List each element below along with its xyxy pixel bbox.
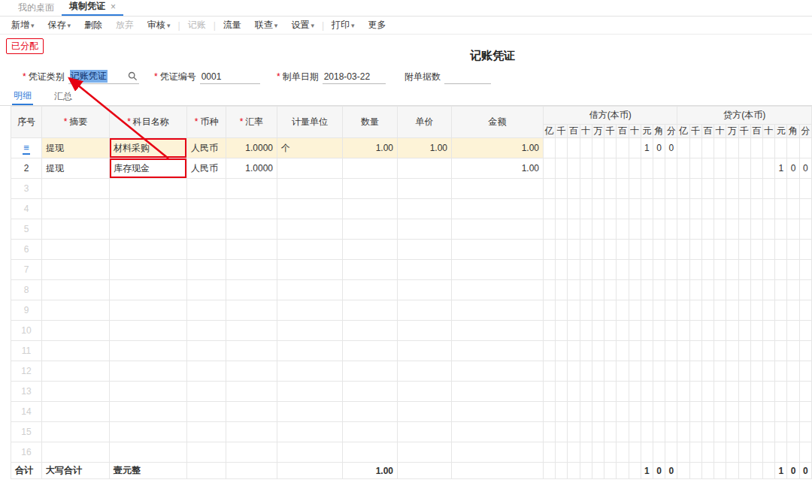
more-button[interactable]: 更多 — [362, 19, 393, 32]
credit-digit-cell[interactable] — [787, 402, 799, 422]
credit-digit-cell[interactable] — [726, 341, 738, 361]
currency-cell[interactable] — [187, 422, 226, 442]
debit-digit-cell[interactable] — [544, 219, 556, 240]
account-cell[interactable] — [110, 300, 187, 321]
debit-digit-cell[interactable] — [580, 219, 592, 240]
rate-cell[interactable] — [226, 240, 277, 260]
credit-digit-cell[interactable] — [762, 138, 774, 158]
credit-digit-cell[interactable] — [701, 422, 714, 442]
debit-digit-cell[interactable] — [653, 321, 665, 341]
row-number-cell[interactable]: 13 — [11, 382, 42, 402]
credit-digit-cell[interactable] — [677, 158, 689, 179]
debit-digit-cell[interactable] — [580, 382, 592, 402]
amount-cell[interactable] — [452, 321, 544, 341]
currency-cell[interactable]: 人民币 — [187, 158, 226, 179]
credit-digit-cell[interactable] — [701, 260, 714, 280]
debit-digit-cell[interactable] — [641, 422, 653, 442]
currency-cell[interactable] — [187, 321, 226, 341]
debit-digit-cell[interactable] — [629, 402, 641, 422]
credit-digit-cell[interactable] — [787, 382, 799, 402]
debit-digit-cell[interactable] — [653, 300, 665, 321]
row-number-cell[interactable]: 7 — [11, 260, 42, 280]
debit-digit-cell[interactable] — [653, 158, 665, 179]
debit-digit-cell[interactable] — [604, 321, 617, 341]
price-cell[interactable]: 1.00 — [398, 138, 452, 158]
summary-cell[interactable] — [42, 341, 110, 361]
credit-digit-cell[interactable] — [714, 402, 726, 422]
credit-digit-cell[interactable] — [799, 422, 811, 442]
account-cell[interactable] — [110, 219, 187, 240]
credit-digit-cell[interactable] — [775, 442, 787, 463]
credit-digit-cell[interactable] — [750, 199, 762, 219]
row-number-cell[interactable]: 4 — [11, 199, 42, 219]
credit-digit-cell[interactable] — [738, 321, 750, 341]
price-cell[interactable] — [398, 158, 452, 179]
credit-digit-cell[interactable] — [726, 260, 738, 280]
debit-digit-cell[interactable] — [580, 341, 592, 361]
debit-digit-cell[interactable] — [568, 341, 580, 361]
tab-fill-voucher[interactable]: 填制凭证 × — [62, 0, 123, 16]
debit-digit-cell[interactable] — [580, 138, 592, 158]
debit-digit-cell[interactable] — [617, 361, 629, 382]
print-button[interactable]: 打印▾ — [325, 19, 362, 32]
credit-digit-cell[interactable] — [750, 321, 762, 341]
credit-digit-cell[interactable] — [701, 361, 714, 382]
search-icon[interactable] — [128, 71, 138, 81]
credit-digit-cell[interactable] — [762, 341, 774, 361]
debit-digit-cell[interactable] — [641, 158, 653, 179]
credit-digit-cell[interactable] — [787, 260, 799, 280]
credit-digit-cell[interactable] — [738, 219, 750, 240]
credit-digit-cell[interactable] — [689, 240, 701, 260]
debit-digit-cell[interactable] — [641, 442, 653, 463]
row-number-cell[interactable]: 10 — [11, 321, 42, 341]
currency-cell[interactable]: 人民币 — [187, 138, 226, 158]
debit-digit-cell[interactable] — [556, 442, 568, 463]
new-button[interactable]: 新增▾ — [5, 19, 41, 32]
debit-digit-cell[interactable]: 1 — [641, 138, 653, 158]
debit-digit-cell[interactable] — [568, 138, 580, 158]
debit-digit-cell[interactable] — [556, 402, 568, 422]
debit-digit-cell[interactable] — [580, 442, 592, 463]
debit-digit-cell[interactable] — [629, 199, 641, 219]
qty-cell[interactable] — [343, 422, 398, 442]
credit-digit-cell[interactable] — [762, 300, 774, 321]
qty-cell[interactable] — [343, 402, 398, 422]
debit-digit-cell[interactable] — [544, 402, 556, 422]
credit-digit-cell[interactable] — [787, 219, 799, 240]
summary-cell[interactable] — [42, 240, 110, 260]
debit-digit-cell[interactable] — [665, 260, 677, 280]
debit-digit-cell[interactable] — [629, 138, 641, 158]
credit-digit-cell[interactable] — [701, 219, 714, 240]
debit-digit-cell[interactable] — [617, 219, 629, 240]
credit-digit-cell[interactable] — [726, 422, 738, 442]
rate-cell[interactable] — [226, 300, 277, 321]
credit-digit-cell[interactable] — [799, 382, 811, 402]
amount-cell[interactable] — [452, 361, 544, 382]
price-cell[interactable] — [398, 442, 452, 463]
debit-digit-cell[interactable] — [617, 179, 629, 199]
debit-digit-cell[interactable] — [556, 422, 568, 442]
credit-digit-cell[interactable] — [775, 300, 787, 321]
credit-digit-cell[interactable]: 1 — [775, 158, 787, 179]
currency-cell[interactable] — [187, 402, 226, 422]
currency-cell[interactable] — [187, 442, 226, 463]
credit-digit-cell[interactable] — [762, 321, 774, 341]
credit-digit-cell[interactable] — [701, 341, 714, 361]
debit-digit-cell[interactable] — [556, 260, 568, 280]
debit-digit-cell[interactable] — [653, 341, 665, 361]
rate-cell[interactable] — [226, 442, 277, 463]
qty-cell[interactable] — [343, 321, 398, 341]
credit-digit-cell[interactable] — [750, 442, 762, 463]
credit-digit-cell[interactable] — [677, 382, 689, 402]
credit-digit-cell[interactable] — [714, 199, 726, 219]
debit-digit-cell[interactable]: 0 — [653, 138, 665, 158]
row-number-cell[interactable]: 15 — [11, 422, 42, 442]
summary-cell[interactable]: 提现 — [42, 138, 110, 158]
unit-cell[interactable] — [277, 280, 343, 300]
debit-digit-cell[interactable] — [641, 321, 653, 341]
credit-digit-cell[interactable] — [750, 240, 762, 260]
price-cell[interactable] — [398, 402, 452, 422]
credit-digit-cell[interactable] — [726, 240, 738, 260]
currency-cell[interactable] — [187, 280, 226, 300]
credit-digit-cell[interactable] — [750, 422, 762, 442]
